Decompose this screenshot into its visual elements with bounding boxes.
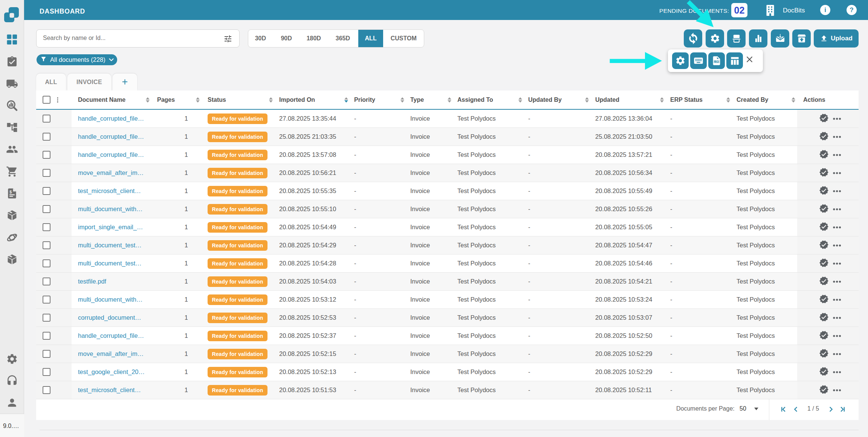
svg-text:LOG: LOG [714,60,719,63]
svg-text:$: $ [9,190,12,194]
